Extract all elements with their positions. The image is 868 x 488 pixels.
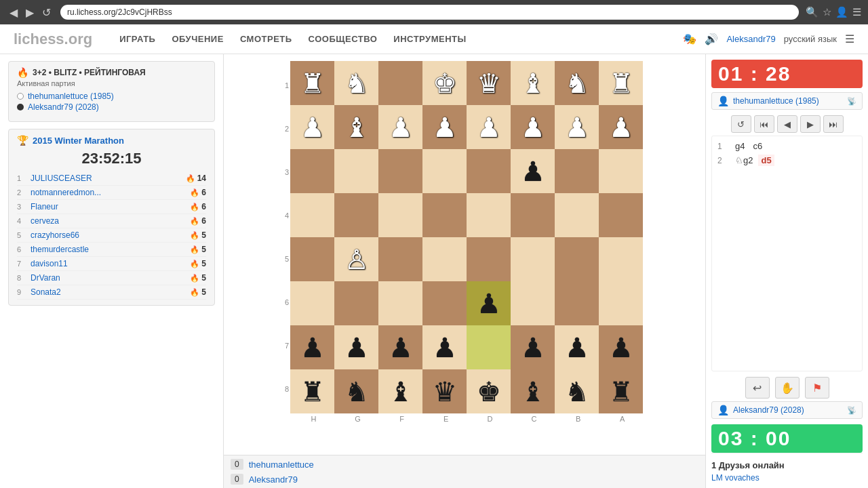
square-f1[interactable]: ♝ xyxy=(378,369,422,413)
square-e8[interactable]: ♚ xyxy=(422,61,467,105)
move-1-black[interactable]: c6 xyxy=(750,140,765,152)
square-f7[interactable]: ♟ xyxy=(378,105,422,149)
square-a1[interactable]: ♜ xyxy=(599,369,643,413)
square-g4[interactable]: ♙ xyxy=(334,237,378,281)
lb-name[interactable]: Sonata2 xyxy=(31,287,190,297)
square-c2[interactable]: ♟ xyxy=(511,325,555,369)
square-d2[interactable] xyxy=(467,325,511,369)
square-b5[interactable] xyxy=(555,193,599,237)
square-h5[interactable] xyxy=(290,193,334,237)
square-h6[interactable] xyxy=(290,149,334,193)
forward-button[interactable]: ▶ xyxy=(23,5,37,20)
player-white[interactable]: thehumanlettuce (1985) xyxy=(28,92,114,101)
undo-button[interactable]: ↩ xyxy=(745,377,770,399)
square-c3[interactable] xyxy=(511,281,555,325)
square-c4[interactable] xyxy=(511,237,555,281)
square-b1[interactable]: ♞ xyxy=(555,369,599,413)
square-a6[interactable] xyxy=(599,149,643,193)
square-h7[interactable]: ♟ xyxy=(290,105,334,149)
square-g2[interactable]: ♟ xyxy=(334,325,378,369)
square-e2[interactable]: ♟ xyxy=(422,325,467,369)
lb-name[interactable]: crazyhorse66 xyxy=(31,230,190,240)
star-icon[interactable]: ☆ xyxy=(823,6,831,18)
square-f2[interactable]: ♟ xyxy=(378,325,422,369)
reload-button[interactable]: ↺ xyxy=(39,5,54,20)
first-btn[interactable]: ⏮ xyxy=(754,115,774,133)
move-2-white[interactable]: ♘g2 xyxy=(732,155,755,166)
nav-tools[interactable]: ИНСТРУМЕНТЫ xyxy=(393,34,466,44)
square-f4[interactable] xyxy=(378,237,422,281)
square-h8[interactable]: ♜ xyxy=(290,61,334,105)
square-b2[interactable]: ♟ xyxy=(555,325,599,369)
square-c6[interactable]: ♟ xyxy=(511,149,555,193)
move-2-black[interactable]: d5 xyxy=(758,155,774,166)
move-1-white[interactable]: g4 xyxy=(732,140,747,152)
menu-icon[interactable]: ☰ xyxy=(852,6,861,18)
square-h2[interactable]: ♟ xyxy=(290,325,334,369)
square-b7[interactable]: ♟ xyxy=(555,105,599,149)
square-b4[interactable] xyxy=(555,237,599,281)
square-g8[interactable]: ♞ xyxy=(334,61,378,105)
back-button[interactable]: ◀ xyxy=(7,5,20,20)
hamburger-icon[interactable]: ☰ xyxy=(845,33,854,45)
square-e4[interactable] xyxy=(422,237,467,281)
prev-btn[interactable]: ◀ xyxy=(777,115,797,133)
square-h4[interactable] xyxy=(290,237,334,281)
lb-name[interactable]: davison11 xyxy=(31,259,190,268)
lb-name[interactable]: notmanneredmon... xyxy=(31,188,190,197)
square-h3[interactable] xyxy=(290,281,334,325)
square-g5[interactable] xyxy=(334,193,378,237)
lb-name[interactable]: themurdercastle xyxy=(31,245,190,254)
square-b6[interactable] xyxy=(555,149,599,193)
reload-btn[interactable]: ↺ xyxy=(731,115,751,133)
marathon-name[interactable]: 2015 Winter Marathon xyxy=(33,136,124,146)
square-f6[interactable] xyxy=(378,149,422,193)
square-a7[interactable]: ♟ xyxy=(599,105,643,149)
flag-button[interactable]: ⚑ xyxy=(805,377,829,399)
square-e6[interactable] xyxy=(422,149,467,193)
player-top-name[interactable]: thehumanlettuce (1985) xyxy=(733,96,843,106)
square-h1[interactable]: ♜ xyxy=(290,369,334,413)
nav-learn[interactable]: ОБУЧЕНИЕ xyxy=(172,34,223,44)
player-bottom-name[interactable]: Aleksandr79 (2028) xyxy=(733,405,843,415)
square-a4[interactable] xyxy=(599,237,643,281)
square-c5[interactable] xyxy=(511,193,555,237)
square-c8[interactable]: ♝ xyxy=(511,61,555,105)
square-e5[interactable] xyxy=(422,193,467,237)
next-btn[interactable]: ▶ xyxy=(800,115,821,133)
square-b8[interactable]: ♞ xyxy=(555,61,599,105)
address-bar[interactable]: ru.lichess.org/2Jc9vCjHRBss xyxy=(60,5,799,20)
sound-icon[interactable]: 🔊 xyxy=(705,33,718,45)
square-d3[interactable]: ♟ xyxy=(467,281,511,325)
hand-button[interactable]: ✋ xyxy=(775,377,800,399)
language-selector[interactable]: русский язык xyxy=(784,34,837,44)
square-f3[interactable] xyxy=(378,281,422,325)
square-e1[interactable]: ♛ xyxy=(422,369,467,413)
square-d1[interactable]: ♚ xyxy=(467,369,511,413)
lb-name[interactable]: JULIUSCEASER xyxy=(31,174,186,183)
square-a8[interactable]: ♜ xyxy=(599,61,643,105)
square-d8[interactable]: ♛ xyxy=(467,61,511,105)
square-f8[interactable] xyxy=(378,61,422,105)
square-g3[interactable] xyxy=(334,281,378,325)
square-b3[interactable] xyxy=(555,281,599,325)
lb-name[interactable]: cerveza xyxy=(31,216,190,226)
square-d4[interactable] xyxy=(467,237,511,281)
player-name-1[interactable]: thehumanlettuce xyxy=(249,460,314,470)
square-d7[interactable]: ♟ xyxy=(467,105,511,149)
avatar-icon[interactable]: 🎭 xyxy=(683,33,696,45)
square-f5[interactable] xyxy=(378,193,422,237)
lb-name[interactable]: DrVaran xyxy=(31,273,190,283)
square-c7[interactable]: ♟ xyxy=(511,105,555,149)
friend-vovaches[interactable]: LM vovaches xyxy=(711,473,863,483)
search-icon[interactable]: 🔍 xyxy=(806,6,818,18)
username[interactable]: Aleksandr79 xyxy=(726,34,775,44)
lb-name[interactable]: Flaneur xyxy=(31,202,190,211)
square-a2[interactable]: ♟ xyxy=(599,325,643,369)
nav-community[interactable]: СООБЩЕСТВО xyxy=(309,34,378,44)
square-c1[interactable]: ♝ xyxy=(511,369,555,413)
square-a3[interactable] xyxy=(599,281,643,325)
square-g7[interactable]: ♝ xyxy=(334,105,378,149)
square-g1[interactable]: ♞ xyxy=(334,369,378,413)
nav-watch[interactable]: СМОТРЕТЬ xyxy=(240,34,292,44)
